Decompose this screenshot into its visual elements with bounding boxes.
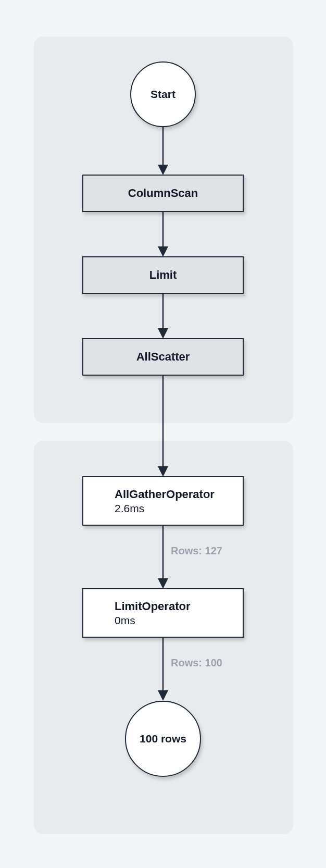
- start-label: Start: [151, 88, 175, 101]
- edge-label-limit-end: Rows: 100: [171, 657, 222, 669]
- start-node: Start: [130, 61, 196, 127]
- limit-label: Limit: [149, 268, 177, 282]
- column-scan-label: ColumnScan: [128, 187, 198, 200]
- limit-node: Limit: [82, 256, 244, 294]
- all-scatter-node: AllScatter: [82, 338, 244, 376]
- all-scatter-label: AllScatter: [136, 350, 190, 364]
- all-gather-node: AllGatherOperator 2.6ms: [82, 476, 244, 526]
- limit-operator-title: LimitOperator: [115, 600, 190, 613]
- end-label: 100 rows: [140, 733, 186, 745]
- limit-operator-sub: 0ms: [115, 614, 135, 627]
- column-scan-node: ColumnScan: [82, 175, 244, 212]
- limit-operator-node: LimitOperator 0ms: [82, 588, 244, 638]
- all-gather-title: AllGatherOperator: [115, 488, 215, 501]
- edge-label-gather-limit: Rows: 127: [171, 545, 222, 557]
- end-node: 100 rows: [125, 701, 201, 777]
- all-gather-sub: 2.6ms: [115, 502, 144, 515]
